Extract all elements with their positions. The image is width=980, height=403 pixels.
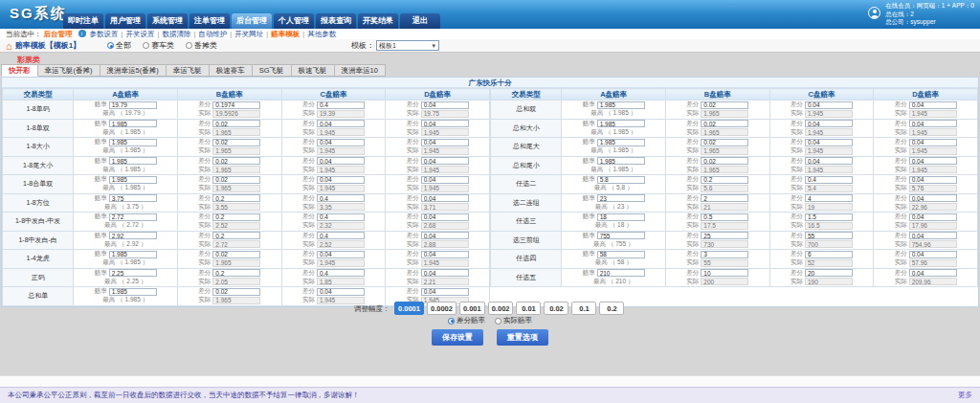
- odds-input[interactable]: [597, 157, 645, 165]
- odds-input[interactable]: [109, 232, 157, 239]
- diff-input[interactable]: [317, 288, 365, 296]
- step-button[interactable]: 0.0001: [394, 302, 424, 315]
- game-tab[interactable]: 幸运飞艇: [167, 64, 210, 77]
- diff-input[interactable]: [421, 101, 469, 109]
- step-button[interactable]: 0.2: [599, 302, 624, 315]
- diff-input[interactable]: [421, 213, 469, 221]
- category-radio[interactable]: 赛车类: [143, 40, 174, 51]
- diff-input[interactable]: [317, 120, 365, 127]
- diff-input[interactable]: [909, 251, 957, 258]
- odds-input[interactable]: [109, 288, 157, 296]
- nav-tab[interactable]: 注单管理: [189, 13, 230, 29]
- breadcrumb-link[interactable]: 参数设置: [90, 30, 119, 38]
- odds-input[interactable]: [597, 251, 645, 258]
- step-button[interactable]: 0.002: [488, 302, 514, 315]
- nav-tab[interactable]: 报表查询: [316, 13, 356, 29]
- category-radio[interactable]: 番摊类: [186, 40, 217, 51]
- diff-input[interactable]: [317, 251, 365, 258]
- odds-input[interactable]: [597, 176, 645, 184]
- diff-input[interactable]: [317, 232, 365, 239]
- diff-input[interactable]: [421, 194, 469, 202]
- game-tab[interactable]: 澳洲幸运10: [335, 64, 386, 77]
- diff-input[interactable]: [701, 251, 748, 258]
- diff-input[interactable]: [805, 232, 853, 239]
- diff-input[interactable]: [421, 157, 469, 165]
- odds-input[interactable]: [597, 194, 645, 202]
- diff-input[interactable]: [701, 139, 748, 146]
- diff-input[interactable]: [212, 176, 260, 184]
- diff-input[interactable]: [909, 120, 957, 127]
- odds-input[interactable]: [597, 139, 645, 146]
- odds-input[interactable]: [597, 101, 645, 109]
- nav-tab[interactable]: 系统管理: [147, 13, 188, 29]
- diff-input[interactable]: [805, 269, 853, 277]
- diff-input[interactable]: [701, 213, 748, 221]
- diff-input[interactable]: [701, 101, 748, 109]
- diff-input[interactable]: [805, 176, 853, 184]
- game-tab[interactable]: 快开彩: [1, 64, 38, 77]
- diff-input[interactable]: [421, 269, 469, 277]
- diff-input[interactable]: [909, 269, 957, 277]
- diff-input[interactable]: [805, 120, 853, 127]
- odds-input[interactable]: [597, 269, 645, 277]
- breadcrumb-link[interactable]: 开奖设置: [125, 30, 154, 38]
- diff-input[interactable]: [212, 139, 260, 146]
- nav-tab[interactable]: 即时注单: [63, 13, 103, 29]
- diff-input[interactable]: [701, 176, 748, 184]
- diff-input[interactable]: [421, 176, 469, 184]
- diff-input[interactable]: [805, 213, 853, 221]
- save-settings-button[interactable]: 保存设置: [432, 329, 483, 346]
- reset-options-button[interactable]: 重置选项: [497, 329, 548, 346]
- breadcrumb-link[interactable]: 数据清除: [162, 30, 190, 38]
- diff-input[interactable]: [701, 157, 748, 165]
- diff-input[interactable]: [212, 120, 260, 127]
- diff-input[interactable]: [212, 269, 260, 277]
- diff-input[interactable]: [421, 288, 469, 296]
- diff-input[interactable]: [212, 101, 260, 109]
- odds-input[interactable]: [597, 232, 645, 239]
- nav-tab[interactable]: 用户管理: [105, 13, 145, 29]
- diff-input[interactable]: [909, 176, 957, 184]
- step-button[interactable]: 0.01: [516, 302, 541, 315]
- game-tab[interactable]: 极速赛车: [210, 64, 253, 77]
- diff-input[interactable]: [212, 251, 260, 258]
- nav-tab[interactable]: 退出: [400, 13, 440, 29]
- diff-input[interactable]: [317, 194, 365, 202]
- step-button[interactable]: 0.001: [459, 302, 485, 315]
- diff-input[interactable]: [805, 251, 853, 258]
- diff-input[interactable]: [317, 139, 365, 146]
- diff-input[interactable]: [317, 101, 365, 109]
- breadcrumb-link[interactable]: 开奖网址: [234, 30, 263, 38]
- diff-input[interactable]: [701, 232, 748, 239]
- diff-input[interactable]: [421, 232, 469, 239]
- odds-input[interactable]: [109, 269, 157, 277]
- diff-input[interactable]: [317, 157, 365, 165]
- breadcrumb-link[interactable]: 赔率模板: [271, 30, 300, 38]
- step-button[interactable]: 0.0002: [427, 302, 457, 315]
- nav-tab[interactable]: 开奖结果: [358, 13, 398, 29]
- nav-tab[interactable]: 个人管理: [274, 13, 314, 29]
- game-tab[interactable]: 幸运飞艇(番摊): [38, 64, 100, 77]
- odds-input[interactable]: [109, 251, 157, 258]
- odds-input[interactable]: [109, 194, 157, 202]
- diff-input[interactable]: [212, 232, 260, 239]
- diff-input[interactable]: [212, 157, 260, 165]
- diff-input[interactable]: [701, 269, 748, 277]
- odds-mode-radio[interactable]: 实际赔率: [495, 316, 532, 325]
- diff-input[interactable]: [317, 176, 365, 184]
- game-tab[interactable]: SG飞艇: [253, 64, 292, 77]
- odds-input[interactable]: [109, 101, 157, 109]
- diff-input[interactable]: [909, 232, 957, 239]
- odds-input[interactable]: [109, 176, 157, 184]
- step-button[interactable]: 0.02: [544, 302, 568, 315]
- diff-input[interactable]: [909, 194, 957, 202]
- breadcrumb-link[interactable]: 自动维护: [198, 30, 227, 38]
- diff-input[interactable]: [805, 157, 853, 165]
- diff-input[interactable]: [909, 139, 957, 146]
- step-button[interactable]: 0.1: [571, 302, 596, 315]
- game-tab[interactable]: 极速飞艇: [292, 64, 335, 77]
- diff-input[interactable]: [317, 213, 365, 221]
- breadcrumb-link[interactable]: 其他参数: [307, 30, 336, 38]
- odds-input[interactable]: [597, 120, 645, 127]
- diff-input[interactable]: [421, 251, 469, 258]
